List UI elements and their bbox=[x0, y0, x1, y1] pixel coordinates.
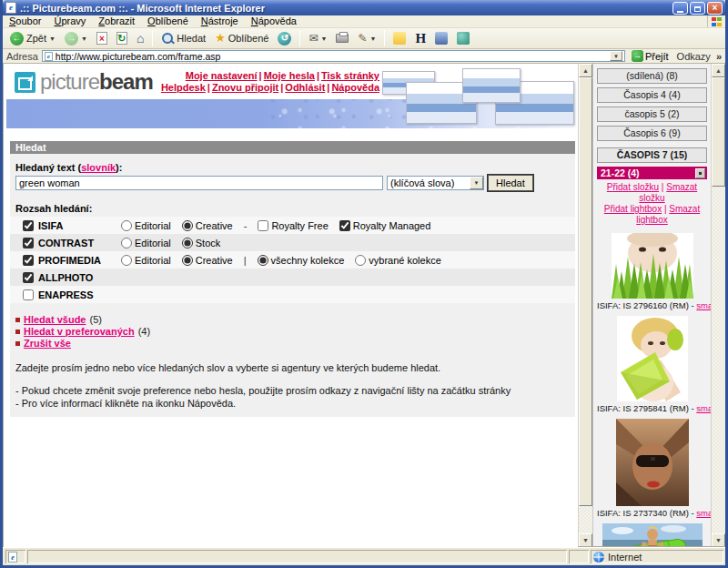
menu-soubor[interactable]: Soubor bbox=[3, 15, 47, 27]
nav-helpdesk[interactable]: Helpdesk bbox=[161, 82, 206, 93]
address-input[interactable]: e http://www.picturebeam.com/frame.asp ▼ bbox=[42, 50, 625, 62]
print-button[interactable] bbox=[332, 32, 352, 45]
menu-oblibene[interactable]: Oblíbené bbox=[141, 15, 195, 27]
enapress-checkbox[interactable] bbox=[23, 289, 34, 300]
isifa-creative-radio[interactable] bbox=[182, 220, 193, 231]
agency-row-allphoto: ALLPHOTO bbox=[10, 269, 575, 286]
folder-button-casopis5[interactable]: časopis 5 (2) bbox=[597, 106, 707, 122]
nav-napoveda[interactable]: Nápověda bbox=[331, 82, 379, 93]
add-folder-link[interactable]: Přidat složku bbox=[607, 182, 659, 192]
thumbnail-sunglasses-woman[interactable] bbox=[616, 419, 689, 506]
quick-links: Hledat všude (5) Hledat v preferovaných … bbox=[10, 303, 575, 350]
minimize-button[interactable] bbox=[672, 2, 688, 15]
menu-napoveda[interactable]: Nápověda bbox=[245, 15, 303, 27]
search-query-input[interactable] bbox=[15, 176, 383, 190]
thumbnail-grass-woman[interactable] bbox=[612, 233, 693, 299]
profimedia-checkbox[interactable] bbox=[23, 255, 34, 266]
nav-odhlasit[interactable]: Odhlásit bbox=[285, 82, 325, 93]
nav-moje-hesla[interactable]: Moje hesla bbox=[264, 70, 315, 81]
thumbnail-leaf-woman[interactable] bbox=[617, 316, 688, 401]
profimedia-selected-collections-radio[interactable] bbox=[355, 255, 366, 266]
isifa-royalty-managed-option[interactable]: Royalty Managed bbox=[339, 220, 431, 231]
refresh-button[interactable]: ↻ bbox=[113, 30, 131, 46]
home-button[interactable]: ⌂ bbox=[133, 30, 147, 46]
search-everywhere-link[interactable]: Hledat všude bbox=[24, 314, 86, 326]
scroll-up-button[interactable]: ▲ bbox=[712, 64, 725, 77]
scrollbar-thumb[interactable] bbox=[712, 77, 725, 187]
edit-button[interactable]: ✎ ▼ bbox=[354, 30, 379, 46]
scrollbar-thumb[interactable] bbox=[579, 77, 592, 506]
isifa-editorial-option[interactable]: Editorial bbox=[121, 220, 171, 231]
isifa-royalty-free-checkbox[interactable] bbox=[258, 220, 268, 231]
contrast-editorial-radio[interactable] bbox=[121, 238, 132, 248]
dictionary-link[interactable]: slovník bbox=[81, 162, 116, 173]
profimedia-editorial-option[interactable]: Editorial bbox=[121, 255, 171, 266]
research-button[interactable] bbox=[431, 30, 451, 46]
profimedia-creative-option[interactable]: Creative bbox=[182, 255, 233, 266]
delete-image-link[interactable]: smaž bbox=[696, 300, 711, 310]
search-toolbar-button[interactable]: Hledat bbox=[157, 30, 209, 46]
contacts-button[interactable] bbox=[453, 30, 473, 46]
links-bar[interactable]: Odkazy bbox=[675, 51, 713, 62]
folder-button-casopis7-active[interactable]: ČASOPIS 7 (15) bbox=[597, 147, 707, 163]
nav-znovu-pripojit[interactable]: Znovu připojit bbox=[212, 82, 278, 93]
folder-button-casopis4[interactable]: Časopis 4 (4) bbox=[597, 87, 707, 103]
nav-tisk-stranky[interactable]: Tisk stránky bbox=[321, 70, 379, 81]
allphoto-checkbox[interactable] bbox=[23, 272, 34, 283]
search-submit-button[interactable]: Hledat bbox=[488, 175, 533, 191]
forward-button[interactable]: → ▼ bbox=[61, 30, 91, 47]
contrast-stock-option[interactable]: Stock bbox=[182, 238, 221, 248]
field-select[interactable]: (klíčová slova) ▼ bbox=[387, 176, 484, 190]
isifa-checkbox[interactable] bbox=[23, 220, 34, 231]
cancel-all-link[interactable]: Zrušit vše bbox=[24, 338, 71, 350]
scrollbar-track[interactable] bbox=[712, 77, 725, 533]
mail-button[interactable]: ✉ ▼ bbox=[305, 30, 330, 46]
back-button[interactable]: ← Zpět ▼ bbox=[6, 30, 59, 47]
favorites-button[interactable]: ★ Oblíbené bbox=[211, 30, 272, 46]
delete-image-link[interactable]: smaž bbox=[696, 508, 711, 518]
isifa-royalty-managed-checkbox[interactable] bbox=[339, 220, 350, 231]
h-app-button[interactable]: H bbox=[411, 30, 430, 46]
contrast-checkbox[interactable] bbox=[23, 238, 34, 248]
add-lightbox-link[interactable]: Přidat lightbox bbox=[604, 204, 662, 214]
scroll-down-button[interactable]: ▼ bbox=[579, 533, 592, 547]
internet-zone-icon bbox=[593, 552, 604, 563]
scroll-down-button[interactable]: ▼ bbox=[712, 533, 725, 547]
picturebeam-logo[interactable]: picturebeam bbox=[15, 71, 153, 93]
folder-button-shared[interactable]: (sdílená) (8) bbox=[597, 68, 707, 84]
restore-button[interactable] bbox=[690, 2, 705, 15]
search-preferred-link[interactable]: Hledat v preferovaných bbox=[24, 326, 135, 338]
menu-zobrazit[interactable]: Zobrazit bbox=[92, 15, 141, 27]
stop-icon: × bbox=[96, 32, 107, 45]
isifa-editorial-radio[interactable] bbox=[121, 220, 132, 231]
isifa-royalty-free-option[interactable]: Royalty Free bbox=[258, 220, 328, 231]
menu-upravy[interactable]: Úpravy bbox=[47, 15, 92, 27]
history-button[interactable]: ↺ bbox=[274, 30, 295, 47]
address-dropdown-button[interactable]: ▼ bbox=[610, 51, 622, 61]
scroll-up-button[interactable]: ▲ bbox=[579, 64, 592, 77]
contrast-editorial-option[interactable]: Editorial bbox=[121, 238, 171, 248]
profimedia-all-collections-option[interactable]: všechny kolekce bbox=[258, 255, 345, 266]
close-button[interactable]: × bbox=[707, 2, 723, 15]
delete-image-link[interactable]: smaž bbox=[696, 403, 711, 413]
select-dropdown-icon[interactable]: ▼ bbox=[470, 177, 483, 189]
set-options-button[interactable] bbox=[695, 168, 705, 178]
current-set-bar: 21-22 (4) bbox=[597, 167, 707, 179]
main-scrollbar[interactable]: ▲ ▼ bbox=[578, 64, 592, 547]
thumbnail-pool-inflatable[interactable] bbox=[602, 523, 703, 547]
profimedia-selected-collections-option[interactable]: vybrané kolekce bbox=[355, 255, 441, 266]
profimedia-creative-radio[interactable] bbox=[182, 255, 193, 266]
sidebar-scrollbar[interactable]: ▲ ▼ bbox=[711, 64, 725, 547]
profimedia-all-collections-radio[interactable] bbox=[258, 255, 268, 266]
menu-nastroje[interactable]: Nástroje bbox=[195, 15, 245, 27]
isifa-creative-option[interactable]: Creative bbox=[182, 220, 233, 231]
contrast-stock-radio[interactable] bbox=[182, 238, 193, 248]
messenger-button[interactable] bbox=[389, 30, 410, 46]
nav-moje-nastaveni[interactable]: Moje nastavení bbox=[186, 70, 258, 81]
profimedia-editorial-radio[interactable] bbox=[121, 255, 132, 266]
go-button[interactable]: → Přejít bbox=[629, 50, 672, 62]
scrollbar-track[interactable] bbox=[579, 77, 592, 533]
folder-button-casopis6[interactable]: Časopis 6 (9) bbox=[597, 126, 707, 141]
links-chevron-icon[interactable]: » bbox=[716, 51, 722, 62]
stop-button[interactable]: × bbox=[93, 30, 111, 46]
